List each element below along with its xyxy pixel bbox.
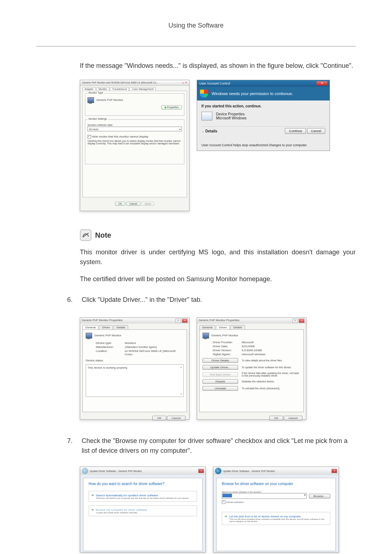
driver-provider-label: Driver Provider: bbox=[213, 341, 242, 344]
ok-button[interactable]: OK bbox=[269, 416, 283, 420]
ok-button[interactable]: OK bbox=[115, 202, 125, 206]
close-icon[interactable]: ✕ bbox=[182, 319, 188, 323]
uninstall-desc: To uninstall the driver (Advanced). bbox=[242, 387, 301, 390]
arrow-icon: ➔ bbox=[91, 493, 94, 497]
device-name: Generic PnP Monitor bbox=[211, 334, 238, 337]
device-type-value: Monitors bbox=[125, 341, 136, 345]
uac-headline: Windows needs your permission to contion… bbox=[212, 91, 293, 96]
tab-adapter[interactable]: Adapter bbox=[82, 87, 96, 91]
uac-titlebar: User Account Control ✕ bbox=[197, 80, 330, 87]
refresh-rate-label: Screen refresh rate: bbox=[87, 123, 182, 127]
close-icon[interactable]: ✕ bbox=[317, 81, 327, 86]
disable-button[interactable]: Disable bbox=[203, 379, 238, 384]
roll-back-desc: If the device fails after updating the d… bbox=[242, 372, 301, 377]
tab-monitor[interactable]: Monitor bbox=[97, 87, 109, 91]
option-let-me-pick[interactable]: ➔Let me pick from a list of device drive… bbox=[222, 512, 330, 525]
monitor-settings-legend: Monitor Settings bbox=[87, 118, 108, 120]
note-label: Note bbox=[95, 231, 111, 239]
note-icon bbox=[80, 229, 91, 241]
hide-modes-checkbox[interactable] bbox=[87, 135, 91, 139]
apply-button[interactable]: Apply bbox=[141, 202, 154, 206]
digital-signer-label: Digital Signer: bbox=[213, 353, 242, 356]
manufacturer-value: (Standard monitor types) bbox=[125, 345, 157, 349]
pnp-title: Generic PnP Monitor Properties bbox=[82, 319, 123, 323]
window-controls[interactable]: ▭ ✕ bbox=[182, 81, 187, 84]
continue-button[interactable]: Continue bbox=[285, 128, 306, 134]
monitor-icon bbox=[203, 333, 209, 338]
tab-details[interactable]: Details bbox=[230, 325, 245, 329]
ok-button[interactable]: OK bbox=[152, 416, 166, 420]
scroll-down-icon[interactable]: ▼ bbox=[180, 393, 183, 396]
driver-provider-value: Microsoft bbox=[242, 341, 253, 344]
option-browse-computer[interactable]: ➔Browse my computer for driver software … bbox=[89, 505, 197, 516]
browse-button[interactable]: Browse... bbox=[309, 494, 330, 498]
tab-details[interactable]: Details bbox=[114, 325, 128, 329]
monitor-name: Generic PnP Monitor bbox=[96, 98, 123, 102]
tab-general[interactable]: General bbox=[199, 325, 215, 329]
tab-general[interactable]: General bbox=[82, 325, 98, 329]
uac-program-block: Device Properties Microsoft Windows bbox=[201, 112, 325, 120]
tab-driver[interactable]: Driver bbox=[99, 325, 113, 329]
option-search-automatically[interactable]: ➔Search automatically for updated driver… bbox=[89, 491, 197, 502]
location-combobox[interactable] bbox=[222, 493, 307, 499]
option-1-title: Search automatically for updated driver … bbox=[96, 494, 158, 497]
driver-details-button[interactable]: Driver Details bbox=[203, 358, 238, 363]
uac-program-publisher: Microsoft Windows bbox=[216, 116, 246, 120]
cancel-button[interactable]: Cancel bbox=[126, 202, 140, 206]
chevron-down-icon[interactable]: ⌄ bbox=[201, 129, 204, 133]
monitor-type-group: Monitor Type Generic PnP Monitor ◆ Prope… bbox=[85, 93, 184, 116]
disable-desc: Disables the selected device. bbox=[242, 380, 301, 383]
scroll-up-icon[interactable]: ▲ bbox=[180, 365, 183, 369]
header-rule bbox=[36, 46, 356, 46]
include-subfolders-label: Include subfolders bbox=[226, 501, 244, 503]
help-icon[interactable]: ? bbox=[175, 319, 181, 323]
cancel-button[interactable]: Cancel bbox=[284, 416, 302, 420]
dialog-titlebar: Generic PnP Monitor and NVIDIA GeForce 6… bbox=[80, 80, 189, 86]
device-status-legend: Device status bbox=[86, 359, 184, 362]
screenshot-row-3: ← Update Driver Software - Generic PnP M… bbox=[80, 467, 356, 553]
page-header: Using the Software bbox=[36, 22, 356, 32]
intro-text: If the message "Windows needs..." is dis… bbox=[80, 61, 356, 71]
back-icon[interactable]: ← bbox=[215, 468, 221, 474]
monitor-type-legend: Monitor Type bbox=[87, 91, 104, 94]
wizard-question: How do you want to search for driver sof… bbox=[89, 482, 197, 486]
uninstall-button[interactable]: Uninstall bbox=[203, 386, 238, 391]
wizard-title: Update Driver Software - Generic PnP Mon… bbox=[90, 470, 142, 472]
wizard-title: Update Driver Software - Generic PnP Mon… bbox=[223, 470, 275, 472]
back-icon[interactable]: ← bbox=[82, 468, 88, 474]
tab-driver[interactable]: Driver bbox=[216, 325, 229, 329]
device-name: Generic PnP Monitor bbox=[94, 334, 121, 337]
help-icon[interactable]: ? bbox=[292, 319, 298, 323]
note-text-2: The certified driver will be posted on S… bbox=[80, 274, 356, 284]
close-icon[interactable]: ✕ bbox=[299, 319, 305, 323]
monitor-settings-dialog: Generic PnP Monitor and NVIDIA GeForce 6… bbox=[80, 80, 189, 211]
let-me-pick-sub: This list will show installed driver sof… bbox=[229, 518, 328, 522]
cancel-button[interactable]: Cancel bbox=[167, 416, 185, 420]
driver-version-label: Driver Version: bbox=[213, 349, 242, 352]
dialog-title: Generic PnP Monitor and NVIDIA GeForce 6… bbox=[82, 81, 158, 84]
location-label: Location: bbox=[96, 349, 124, 356]
option-2-title: Browse my computer for driver software bbox=[96, 508, 147, 512]
update-driver-button[interactable]: Update Driver... bbox=[203, 365, 238, 370]
update-driver-wizard-1: ← Update Driver Software - Generic PnP M… bbox=[80, 467, 206, 553]
properties-button[interactable]: ◆ Properties bbox=[161, 105, 182, 110]
digital-signer-value: microsoft windows bbox=[242, 353, 265, 356]
tab-color-management[interactable]: Color Management bbox=[130, 87, 156, 91]
close-icon[interactable]: ✕ bbox=[198, 469, 204, 473]
step-6-text: Click "Update Driver..." in the "Driver"… bbox=[82, 295, 202, 305]
include-subfolders-checkbox[interactable] bbox=[222, 500, 225, 504]
note-heading: Note bbox=[80, 229, 356, 241]
step-6: 6. Click "Update Driver..." in the "Driv… bbox=[67, 295, 356, 305]
refresh-rate-dropdown[interactable]: 60 Hertz bbox=[87, 127, 182, 131]
step-7-text: Check the "Browse my computer for driver… bbox=[82, 436, 356, 456]
location-value: on NVIDIA GeForce 6600 LE (Microsoft Cor… bbox=[124, 349, 184, 356]
hide-modes-description: Clearing this check box allows you to se… bbox=[87, 140, 182, 145]
dialog-tabs: Adapter Monitor Troubleshoot Color Manag… bbox=[80, 86, 189, 91]
close-icon[interactable]: ✕ bbox=[331, 469, 337, 473]
uac-details-label[interactable]: Details bbox=[205, 129, 217, 133]
cancel-button[interactable]: Cancel bbox=[307, 128, 325, 134]
tab-troubleshoot[interactable]: Troubleshoot bbox=[110, 87, 129, 91]
roll-back-button[interactable]: Roll Back Driver bbox=[203, 372, 238, 377]
device-status-text: This device is working properly. bbox=[87, 366, 128, 369]
monitor-icon bbox=[86, 333, 92, 338]
